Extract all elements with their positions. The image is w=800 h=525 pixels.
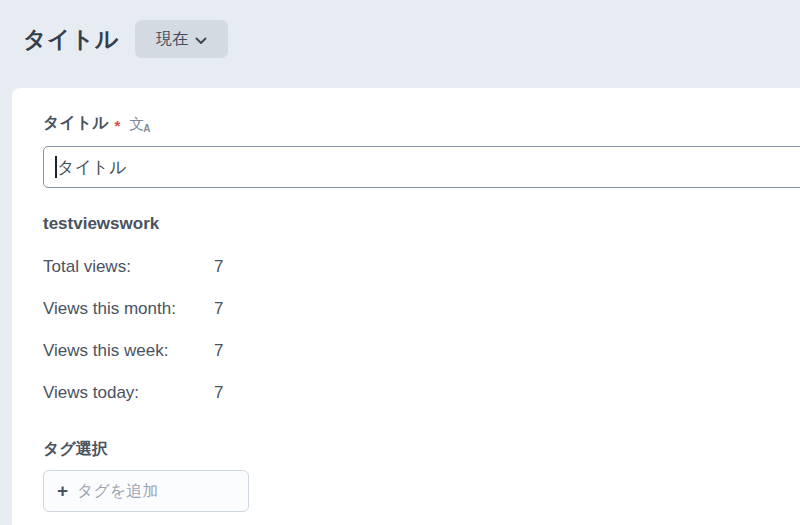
views-row: Total views:7 bbox=[43, 257, 223, 275]
views-row: Views this week:7 bbox=[43, 341, 223, 359]
version-dropdown-button[interactable]: 現在 bbox=[135, 20, 228, 58]
views-rows: Total views:7 Views this month:7 Views t… bbox=[43, 257, 223, 425]
views-heading: testviewswork bbox=[43, 214, 159, 234]
views-row-label: Views today: bbox=[43, 383, 214, 403]
views-row-value: 7 bbox=[214, 299, 223, 319]
views-row-value: 7 bbox=[214, 257, 223, 277]
views-row: Views this month:7 bbox=[43, 299, 223, 317]
form-card: タイトル * 文A testviewswork Total views:7 Vi… bbox=[12, 88, 800, 525]
page-title: タイトル bbox=[23, 24, 119, 55]
title-field-label-row: タイトル * 文A bbox=[43, 113, 152, 134]
tags-field-label: タグ選択 bbox=[43, 439, 108, 460]
page-header: タイトル 現在 bbox=[23, 20, 228, 58]
version-dropdown-label: 現在 bbox=[156, 29, 188, 50]
chevron-down-icon bbox=[195, 31, 207, 49]
plus-icon: + bbox=[57, 481, 68, 500]
views-row-value: 7 bbox=[214, 341, 223, 361]
tag-add-input[interactable] bbox=[77, 482, 238, 500]
views-row-value: 7 bbox=[214, 383, 223, 403]
views-row-label: Views this week: bbox=[43, 341, 214, 361]
views-row-label: Total views: bbox=[43, 257, 214, 277]
title-input[interactable] bbox=[43, 146, 800, 188]
translate-icon: 文A bbox=[129, 116, 151, 132]
views-row-label: Views this month: bbox=[43, 299, 214, 319]
title-field-label: タイトル bbox=[43, 113, 109, 134]
views-row: Views today:7 bbox=[43, 383, 223, 401]
required-asterisk: * bbox=[115, 117, 121, 134]
title-input-wrap bbox=[43, 146, 800, 188]
tag-add-box[interactable]: + bbox=[43, 470, 249, 512]
